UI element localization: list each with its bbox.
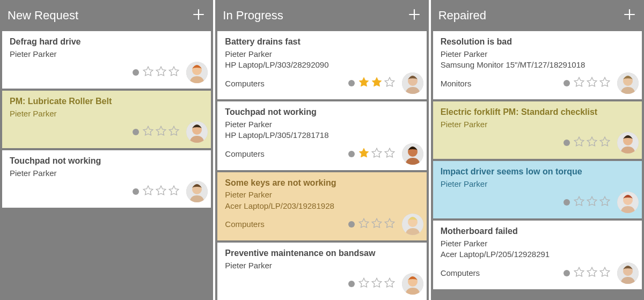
column-repaired: Repaired Resolution is bad Pieter Parker… (431, 0, 644, 300)
star-icon (155, 185, 167, 199)
card-footer: Monitors (441, 72, 635, 94)
star-icon (573, 266, 585, 280)
star-icon (168, 65, 180, 79)
star-icon (358, 217, 370, 231)
column-title: Repaired (438, 9, 486, 23)
add-card-button[interactable] (623, 8, 636, 24)
rating-stars[interactable] (358, 277, 396, 291)
card-assignee: Pieter Parker (225, 119, 420, 130)
star-icon (155, 65, 167, 79)
card-assignee: Pieter Parker (10, 108, 204, 119)
add-card-button[interactable] (192, 8, 206, 24)
plus-icon (407, 8, 421, 24)
avatar[interactable] (186, 181, 208, 202)
star-icon (142, 65, 154, 79)
add-card-button[interactable] (407, 8, 421, 24)
card-assignee: Pieter Parker (441, 238, 635, 249)
avatar[interactable] (402, 143, 423, 165)
kanban-card[interactable]: Battery drains fast Pieter ParkerHP Lapt… (217, 31, 426, 99)
status-dot-icon (348, 281, 355, 287)
avatar[interactable] (617, 72, 639, 94)
card-title: PM: Lubricate Roller Belt (10, 96, 204, 107)
rating-stars[interactable] (358, 76, 396, 90)
card-title: Touchpad not working (225, 107, 420, 118)
kanban-card[interactable]: Some keys are not working Pieter ParkerA… (217, 172, 426, 240)
rating-stars[interactable] (358, 217, 396, 231)
star-icon (142, 125, 154, 139)
rating-stars[interactable] (573, 136, 611, 150)
kanban-card[interactable]: PM: Lubricate Roller Belt Pieter Parker (2, 91, 211, 148)
kanban-card[interactable]: Defrag hard drive Pieter Parker (2, 31, 211, 89)
star-icon (573, 195, 585, 209)
kanban-card[interactable]: Motherboard failed Pieter ParkerAcer Lap… (433, 221, 642, 289)
star-icon (371, 217, 383, 231)
column-header: Repaired (431, 0, 644, 31)
rating-stars[interactable] (573, 195, 611, 209)
card-assignee: Pieter Parker (441, 179, 635, 189)
star-icon (586, 195, 598, 209)
card-category: Monitors (441, 79, 560, 88)
avatar[interactable] (617, 262, 639, 284)
kanban-card[interactable]: Touchpad not working Pieter Parker (2, 150, 211, 208)
column-in-progress: In Progress Battery drains fast Pieter P… (215, 0, 428, 300)
avatar[interactable] (402, 72, 423, 94)
kanban-card[interactable]: Preventive maintenance on bandsaw Pieter… (217, 243, 426, 300)
status-dot-icon (564, 80, 570, 86)
status-dot-icon (564, 270, 570, 276)
column-new-request: New Request Defrag hard drive Pieter Par… (0, 0, 213, 300)
card-title: Touchpad not working (10, 156, 204, 167)
card-footer: Computers (225, 214, 420, 235)
star-icon (168, 125, 180, 139)
star-icon (168, 185, 180, 199)
status-dot-icon (348, 151, 355, 157)
card-title: Resolution is bad (441, 36, 635, 48)
kanban-card[interactable]: Impact driver seems low on torque Pieter… (433, 161, 642, 218)
card-title: Preventive maintenance on bandsaw (225, 248, 420, 259)
card-title: Some keys are not working (225, 178, 420, 189)
avatar[interactable] (617, 192, 639, 213)
card-footer: Computers (225, 143, 420, 165)
status-dot-icon (348, 80, 355, 86)
kanban-board: New Request Defrag hard drive Pieter Par… (0, 0, 644, 300)
star-icon (586, 266, 598, 280)
kanban-card[interactable]: Electric forklift PM: Standard checklist… (433, 101, 642, 159)
card-category: Computers (225, 79, 345, 88)
star-icon (371, 147, 383, 161)
status-dot-icon (133, 129, 139, 135)
avatar[interactable] (186, 62, 208, 83)
rating-stars[interactable] (142, 65, 180, 79)
column-title: New Request (8, 9, 78, 23)
avatar[interactable] (402, 273, 423, 295)
star-icon (586, 136, 598, 150)
card-footer (441, 132, 635, 153)
avatar[interactable] (402, 214, 423, 235)
star-icon (384, 277, 396, 291)
star-icon (599, 136, 611, 150)
card-assignee: Pieter Parker (10, 49, 204, 60)
avatar[interactable] (617, 132, 639, 153)
card-list: Battery drains fast Pieter ParkerHP Lapt… (215, 31, 428, 300)
rating-stars[interactable] (573, 266, 611, 280)
rating-stars[interactable] (573, 76, 611, 90)
column-header: In Progress (215, 0, 428, 31)
card-assignee: Pieter Parker (225, 189, 420, 200)
avatar[interactable] (186, 121, 208, 143)
card-footer (10, 62, 204, 83)
star-icon (586, 76, 598, 90)
status-dot-icon (564, 140, 570, 146)
column-header: New Request (0, 0, 213, 31)
card-footer (441, 192, 635, 213)
rating-stars[interactable] (142, 185, 180, 199)
kanban-card[interactable]: Touchpad not working Pieter ParkerHP Lap… (217, 101, 426, 170)
card-title: Defrag hard drive (10, 36, 204, 48)
card-assignee: Pieter Parker (10, 168, 204, 179)
card-title: Motherboard failed (441, 226, 635, 237)
star-icon (599, 195, 611, 209)
card-assignee: Pieter Parker (441, 119, 635, 130)
card-category: Computers (225, 219, 345, 229)
rating-stars[interactable] (142, 125, 180, 139)
star-icon (599, 266, 611, 280)
kanban-card[interactable]: Resolution is bad Pieter ParkerSamsung M… (433, 31, 642, 99)
rating-stars[interactable] (358, 147, 396, 161)
card-title: Battery drains fast (225, 36, 420, 48)
